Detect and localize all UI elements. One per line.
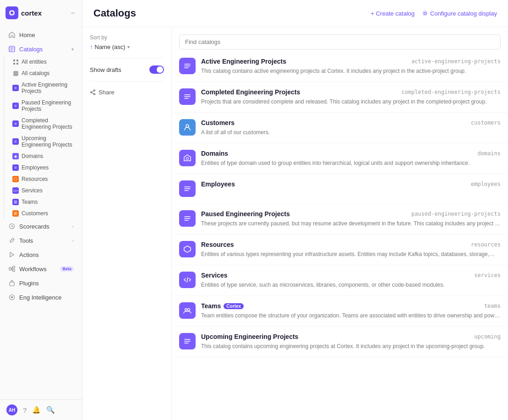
search-icon[interactable]: 🔍 (46, 406, 55, 414)
sidebar-item-services[interactable]: </> Services (6, 185, 80, 196)
catalog-item-domains[interactable]: Domains domains Entities of type domain … (172, 143, 508, 174)
resources-icon: ⬡ (12, 176, 19, 182)
catalog-item-completed-engineering-projects[interactable]: Completed Engineering Projects completed… (172, 82, 508, 113)
sidebar-item-home[interactable]: Home (2, 28, 80, 42)
resources-slug: resources (471, 241, 501, 248)
sidebar-item-paused-eng[interactable]: ≡ Paused Engineering Projects (6, 97, 80, 115)
notifications-icon[interactable]: 🔔 (32, 406, 41, 414)
sidebar-item-workflows[interactable]: Workflows Beta (2, 262, 80, 276)
sort-value-button[interactable]: ↑ Name (asc) ▾ (90, 44, 164, 50)
domains-slug: domains (477, 150, 501, 157)
upcoming-eng-projects-desc: This catalog contains upcoming engineeri… (201, 342, 501, 350)
active-eng-projects-header: Active Engineering Projects active-engin… (201, 58, 501, 65)
cortex-logo-icon (5, 6, 18, 19)
catalog-item-services[interactable]: Services services Entities of type servi… (172, 265, 508, 296)
sort-value-text: Name (asc) (95, 44, 126, 50)
all-entities-icon (12, 59, 19, 65)
help-icon[interactable]: ? (23, 406, 27, 414)
home-icon (8, 31, 16, 38)
sidebar-item-teams[interactable]: ⊞ Teams (6, 196, 80, 207)
catalog-list: Active Engineering Projects active-engin… (172, 27, 508, 420)
teams-catalog-icon (179, 302, 196, 319)
teams-content: Teams Cortex teams Team entities compose… (201, 302, 501, 320)
eng-intelligence-icon (8, 294, 16, 301)
teams-desc: Team entities compose the structure of y… (201, 311, 501, 320)
completed-eng-projects-desc: Projects that are considered complete an… (201, 98, 501, 106)
sidebar-item-completed-eng-label: Completed Engineering Projects (22, 117, 76, 130)
upcoming-eng-projects-slug: upcoming (474, 333, 501, 340)
sidebar-navigation: Home Catalogs ▾ All entities All catal (0, 26, 82, 399)
sidebar-item-scorecards[interactable]: Scorecards › (2, 219, 80, 233)
search-input[interactable] (179, 34, 501, 49)
share-label: Share (98, 89, 115, 96)
employees-catalog-icon (179, 180, 196, 197)
sidebar-item-actions[interactable]: Actions (2, 248, 80, 262)
catalog-item-active-engineering-projects[interactable]: Active Engineering Projects active-engin… (172, 51, 508, 82)
services-slug: services (474, 272, 501, 278)
catalog-item-upcoming-engineering-projects[interactable]: Upcoming Engineering Projects upcoming T… (172, 327, 508, 357)
domains-name: Domains (201, 150, 228, 157)
teams-name: Teams (201, 302, 221, 310)
svg-point-15 (11, 296, 13, 298)
sidebar-item-upcoming-eng[interactable]: ≡ Upcoming Engineering Projects (6, 133, 80, 150)
sidebar-item-tools-label: Tools (19, 237, 69, 244)
configure-catalog-display-button[interactable]: Configure catalog display (422, 10, 497, 17)
sidebar-item-domains-label: Domains (22, 153, 43, 159)
paused-eng-icon: ≡ (12, 103, 19, 109)
catalog-item-customers[interactable]: Customers customers A list of all of our… (172, 113, 508, 143)
catalog-item-teams[interactable]: Teams Cortex teams Team entities compose… (172, 296, 508, 327)
sidebar-item-resources[interactable]: ⬡ Resources (6, 174, 80, 185)
domains-content: Domains domains Entities of type domain … (201, 150, 501, 167)
sidebar-item-plugins[interactable]: Plugins (2, 276, 80, 290)
sidebar-item-completed-eng[interactable]: ≡ Completed Engineering Projects (6, 115, 80, 132)
sidebar-item-eng-intelligence[interactable]: Eng Intelligence (2, 290, 80, 304)
active-eng-icon: ≡ (12, 85, 19, 91)
sidebar-item-employees[interactable]: ≡ Employees (6, 162, 80, 173)
user-avatar[interactable]: AH (6, 404, 17, 415)
page-title: Catalogs (93, 7, 136, 19)
sidebar-item-catalogs[interactable]: Catalogs ▾ (2, 42, 80, 56)
catalogs-chevron-icon: ▾ (71, 47, 74, 52)
sidebar-item-paused-eng-label: Paused Engineering Projects (22, 99, 76, 112)
customers-header: Customers customers (201, 119, 501, 126)
sidebar-item-all-entities[interactable]: All entities (6, 56, 80, 67)
search-bar (179, 34, 501, 49)
sidebar-item-home-label: Home (19, 32, 74, 38)
create-catalog-button[interactable]: + Create catalog (371, 10, 415, 17)
svg-point-20 (186, 125, 189, 127)
sidebar-item-customers[interactable]: ⊞ Customers (6, 208, 80, 219)
workflows-icon (8, 265, 16, 273)
scorecards-icon (8, 223, 16, 230)
resources-header: Resources resources (201, 241, 501, 248)
upcoming-eng-projects-content: Upcoming Engineering Projects upcoming T… (201, 333, 501, 350)
catalog-item-resources[interactable]: Resources resources Entities of various … (172, 235, 508, 265)
sidebar-item-all-catalogs[interactable]: All catalogs (6, 68, 80, 79)
logo-text: cortex (21, 9, 42, 17)
paused-eng-projects-header: Paused Engineering Projects paused-engin… (201, 210, 501, 218)
plugins-icon (8, 279, 16, 287)
sidebar-logo-area: cortex ← (0, 0, 82, 26)
sidebar-item-active-eng[interactable]: ≡ Active Engineering Projects (6, 79, 80, 97)
sidebar-item-workflows-label: Workflows (19, 266, 56, 273)
employees-header: Employees employees (201, 180, 501, 188)
sidebar-item-scorecards-label: Scorecards (19, 223, 69, 230)
collapse-sidebar-button[interactable]: ← (70, 9, 76, 16)
svg-point-16 (424, 12, 426, 15)
completed-eng-projects-header: Completed Engineering Projects completed… (201, 88, 501, 96)
catalog-item-paused-engineering-projects[interactable]: Paused Engineering Projects paused-engin… (172, 204, 508, 235)
domains-header: Domains domains (201, 150, 501, 157)
show-drafts-toggle[interactable] (149, 65, 164, 74)
upcoming-eng-projects-icon (179, 333, 196, 349)
share-button[interactable]: Share (90, 89, 115, 96)
tools-icon (8, 237, 16, 244)
catalog-item-employees[interactable]: Employees employees (172, 174, 508, 204)
svg-rect-12 (13, 269, 15, 272)
resources-catalog-icon (179, 241, 196, 257)
catalog-sub-items: All entities All catalogs ≡ Active Engin… (4, 56, 82, 219)
sidebar-item-all-entities-label: All entities (22, 59, 47, 65)
logo[interactable]: cortex (5, 6, 42, 19)
sidebar-item-tools[interactable]: Tools › (2, 234, 80, 247)
teams-icon: ⊞ (12, 199, 19, 205)
sidebar-item-domains[interactable]: ◆ Domains (6, 151, 80, 162)
svg-point-22 (186, 158, 189, 160)
